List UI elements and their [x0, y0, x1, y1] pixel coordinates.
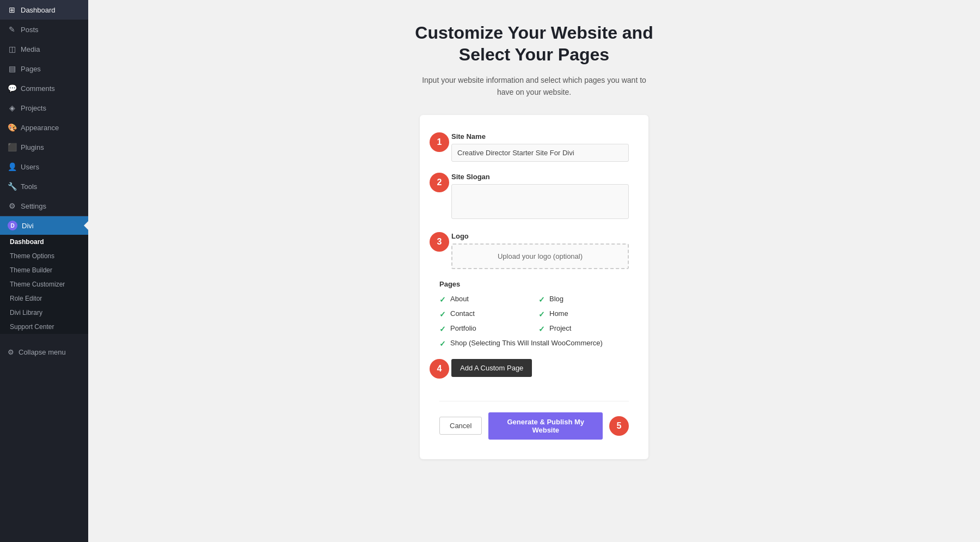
main-content: Customize Your Website and Select Your P…	[88, 0, 980, 542]
collapse-icon: ⚙	[8, 348, 14, 356]
posts-icon: ✎	[8, 25, 16, 34]
customize-card: 1 Site Name 2 Site Slogan 3 Logo Upload …	[420, 115, 648, 459]
sidebar-item-dashboard[interactable]: ⊞ Dashboard	[0, 0, 88, 20]
divi-sub-item-dashboard[interactable]: Dashboard	[0, 235, 88, 249]
divi-submenu: Dashboard Theme Options Theme Builder Th…	[0, 235, 88, 334]
divi-sub-item-support-center[interactable]: Support Center	[0, 320, 88, 334]
sidebar-item-projects[interactable]: ◈ Projects	[0, 98, 88, 118]
cancel-button[interactable]: Cancel	[439, 417, 482, 435]
page-item-portfolio[interactable]: ✓ Portfolio	[439, 324, 530, 333]
pages-grid: ✓ About ✓ Blog ✓ Contact ✓ Home	[439, 295, 629, 348]
sidebar-item-media[interactable]: ◫ Media	[0, 39, 88, 59]
check-project: ✓	[538, 325, 545, 333]
page-item-blog[interactable]: ✓ Blog	[538, 295, 629, 304]
check-about: ✓	[439, 295, 446, 304]
plugins-icon: ⬛	[8, 143, 16, 151]
media-icon: ◫	[8, 45, 16, 53]
check-shop: ✓	[439, 339, 446, 348]
dashboard-icon: ⊞	[8, 5, 16, 14]
check-blog: ✓	[538, 295, 545, 304]
page-item-home[interactable]: ✓ Home	[538, 309, 629, 319]
sidebar-item-divi[interactable]: D Divi	[0, 216, 88, 235]
step-4-badge: 4	[430, 359, 449, 379]
logo-group: 3 Logo Upload your logo (optional)	[439, 232, 629, 269]
sidebar-item-users[interactable]: 👤 Users	[0, 157, 88, 176]
divi-sub-item-theme-options[interactable]: Theme Options	[0, 249, 88, 263]
step-1-badge: 1	[430, 132, 449, 152]
sidebar-item-settings[interactable]: ⚙ Settings	[0, 196, 88, 216]
site-slogan-group: 2 Site Slogan	[439, 173, 629, 221]
divi-sub-item-divi-library[interactable]: Divi Library	[0, 306, 88, 320]
add-custom-page-button[interactable]: Add A Custom Page	[451, 359, 532, 377]
site-name-input[interactable]	[451, 144, 629, 162]
step-2-badge: 2	[430, 173, 449, 192]
tools-icon: 🔧	[8, 182, 16, 191]
projects-icon: ◈	[8, 103, 16, 112]
page-title: Customize Your Website and Select Your P…	[415, 22, 653, 65]
site-slogan-label: Site Slogan	[451, 173, 629, 181]
page-item-contact[interactable]: ✓ Contact	[439, 309, 530, 319]
logo-upload-area[interactable]: Upload your logo (optional)	[451, 243, 629, 269]
logo-label: Logo	[451, 232, 629, 240]
site-name-group: 1 Site Name	[439, 132, 629, 162]
sidebar-item-posts[interactable]: ✎ Posts	[0, 20, 88, 39]
site-name-label: Site Name	[451, 132, 629, 141]
divi-icon: D	[8, 221, 17, 230]
generate-button[interactable]: Generate & Publish My Website	[488, 412, 603, 440]
users-icon: 👤	[8, 162, 16, 171]
sidebar-item-appearance[interactable]: 🎨 Appearance	[0, 118, 88, 137]
site-slogan-input[interactable]	[451, 184, 629, 219]
appearance-icon: 🎨	[8, 123, 16, 132]
page-item-about[interactable]: ✓ About	[439, 295, 530, 304]
sidebar: ⊞ Dashboard ✎ Posts ◫ Media ▤ Pages 💬 Co…	[0, 0, 88, 542]
comments-icon: 💬	[8, 84, 16, 93]
step-3-badge: 3	[430, 232, 449, 252]
add-custom-page-group: 4 Add A Custom Page	[439, 359, 629, 390]
sidebar-item-pages[interactable]: ▤ Pages	[0, 59, 88, 78]
page-item-project[interactable]: ✓ Project	[538, 324, 629, 333]
page-subtitle: Input your website information and selec…	[414, 74, 654, 99]
divi-sub-item-theme-customizer[interactable]: Theme Customizer	[0, 277, 88, 291]
collapse-menu[interactable]: ⚙ Collapse menu	[0, 343, 88, 362]
pages-label: Pages	[439, 280, 629, 288]
settings-icon: ⚙	[8, 202, 16, 210]
check-contact: ✓	[439, 310, 446, 319]
page-item-shop[interactable]: ✓ Shop (Selecting This Will Install WooC…	[439, 339, 629, 348]
sidebar-item-comments[interactable]: 💬 Comments	[0, 78, 88, 98]
step-5-badge: 5	[609, 416, 629, 436]
check-home: ✓	[538, 310, 545, 319]
divi-section: D Divi Dashboard Theme Options Theme Bui…	[0, 216, 88, 334]
pages-section: Pages ✓ About ✓ Blog ✓ Contact	[439, 280, 629, 348]
pages-icon: ▤	[8, 64, 16, 73]
sidebar-item-tools[interactable]: 🔧 Tools	[0, 176, 88, 196]
sidebar-item-plugins[interactable]: ⬛ Plugins	[0, 137, 88, 157]
check-portfolio: ✓	[439, 325, 446, 333]
divi-sub-item-role-editor[interactable]: Role Editor	[0, 291, 88, 306]
card-footer: Cancel Generate & Publish My Website 5	[439, 401, 629, 440]
divi-sub-item-theme-builder[interactable]: Theme Builder	[0, 263, 88, 277]
